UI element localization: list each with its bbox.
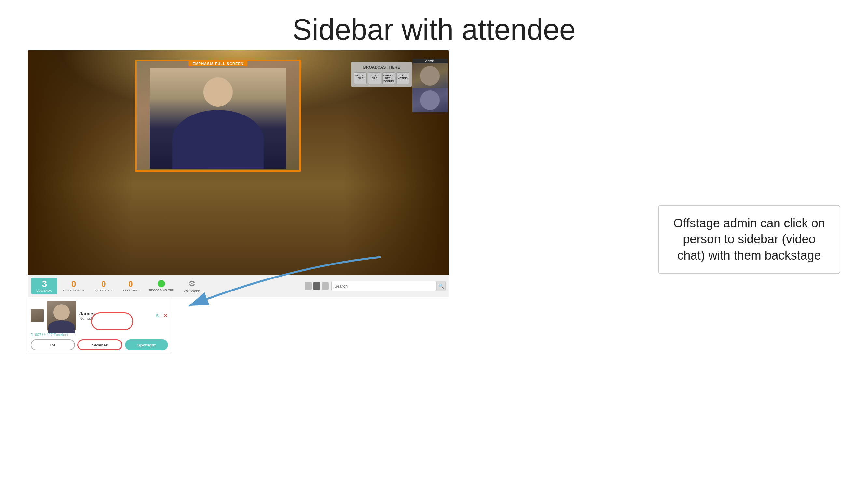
view-icon-3[interactable] (321, 282, 329, 290)
attendee-panel: James NomadiT ↻ ✕ D: 607 U: 127 Excellen… (28, 297, 171, 353)
toolbar-overview[interactable]: 3 OVERVIEW (31, 278, 57, 294)
attendee-video-thumb (47, 301, 76, 330)
search-button[interactable]: 🔍 (436, 281, 445, 291)
speaker-video: EMPHASIS FULL SCREEN (135, 60, 301, 172)
overview-label: OVERVIEW (36, 289, 52, 292)
main-video-area: EMPHASIS FULL SCREEN BROADCAST HERE SELE… (28, 51, 449, 275)
emphasis-label: EMPHASIS FULL SCREEN (188, 61, 247, 66)
raised-hands-label: RAISED HANDS (62, 289, 85, 292)
person-body (173, 110, 264, 168)
text-chat-label: TEXT CHAT (123, 289, 138, 292)
speaker-person (150, 68, 286, 168)
admin-panel: Admin (412, 59, 447, 112)
raised-hands-count: 0 (71, 280, 76, 288)
view-icon-2[interactable] (313, 282, 320, 290)
toolbar-questions[interactable]: 0 QUESTIONS (90, 278, 118, 294)
questions-label: QUESTIONS (95, 289, 112, 292)
toolbar-recording[interactable]: RECORDING OFF (144, 278, 179, 294)
sidebar-button[interactable]: Sidebar (78, 339, 122, 350)
attendee-small-avatar (31, 309, 43, 322)
refresh-icon[interactable]: ↻ (156, 313, 160, 319)
attendee-action-buttons: IM Sidebar Spotlight (31, 339, 168, 350)
callout-box: Offstage admin can click on person to si… (658, 205, 840, 274)
toolbar-raised-hands[interactable]: 0 RAISED HANDS (57, 278, 90, 294)
admin-label: Admin (412, 59, 447, 63)
load-file-button[interactable]: LOAD FILE (368, 72, 381, 84)
broadcast-panel: BROADCAST HERE SELECT FILE LOAD FILE ENA… (351, 62, 412, 87)
recording-dot (158, 280, 165, 287)
toolbar: 3 OVERVIEW 0 RAISED HANDS 0 QUESTIONS 0 … (28, 275, 449, 297)
close-icon[interactable]: ✕ (163, 312, 168, 319)
overview-count: 3 (42, 280, 47, 289)
gear-icon: ⚙ (188, 279, 195, 288)
search-input[interactable] (331, 281, 436, 291)
view-icon-1[interactable] (305, 282, 312, 290)
attendee-company: NomadiT (80, 316, 152, 321)
attendee-info: James NomadiT (80, 311, 152, 321)
recording-label: RECORDING OFF (149, 289, 174, 292)
attendee-name: James (80, 311, 152, 316)
spotlight-button[interactable]: Spotlight (125, 339, 168, 350)
toolbar-advanced[interactable]: ⚙ ADVANCED (179, 277, 205, 295)
start-voting-button[interactable]: START VOTING (396, 72, 409, 84)
im-button[interactable]: IM (31, 339, 75, 350)
callout-text: Offstage admin can click on person to si… (673, 216, 825, 262)
text-chat-count: 0 (128, 280, 133, 288)
attendee-stats: D: 607 U: 127 Excellent (31, 333, 168, 337)
broadcast-title: BROADCAST HERE (354, 65, 409, 70)
advanced-label: ADVANCED (184, 290, 200, 293)
enable-open-podium-button[interactable]: ENABLE OPEN PODIUM (382, 72, 395, 84)
broadcast-buttons[interactable]: SELECT FILE LOAD FILE ENABLE OPEN PODIUM… (354, 72, 409, 84)
toolbar-text-chat[interactable]: 0 TEXT CHAT (118, 278, 144, 294)
view-toggle-group (305, 282, 329, 290)
admin-thumb-1 (412, 63, 447, 88)
attendee-row: James NomadiT ↻ ✕ (31, 300, 168, 331)
select-file-button[interactable]: SELECT FILE (354, 72, 367, 84)
admin-thumb-2 (412, 88, 447, 112)
questions-count: 0 (101, 280, 106, 288)
person-head (204, 77, 233, 107)
